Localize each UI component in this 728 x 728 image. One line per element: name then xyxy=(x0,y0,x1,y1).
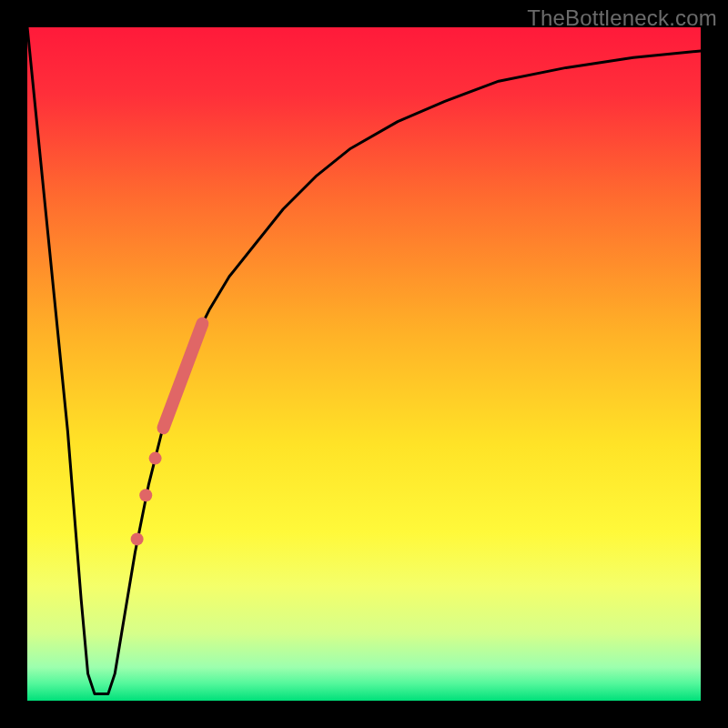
marker-dot xyxy=(149,452,162,465)
plot-area xyxy=(27,27,701,701)
chart-frame: TheBottleneck.com xyxy=(0,0,728,728)
marker-dot xyxy=(131,532,144,545)
watermark-text: TheBottleneck.com xyxy=(527,5,717,31)
chart-svg xyxy=(27,27,701,701)
marker-dot xyxy=(139,489,152,501)
